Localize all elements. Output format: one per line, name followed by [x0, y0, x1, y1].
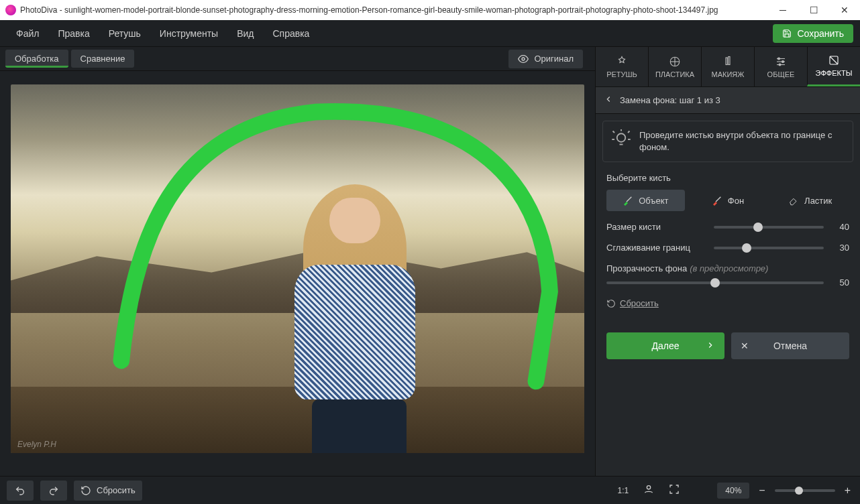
- brush-eraser[interactable]: Ластик: [771, 190, 849, 211]
- minimize-button[interactable]: ─: [767, 0, 798, 20]
- chevron-right-icon: [706, 340, 715, 352]
- hint-text: Проведите кистью внутри объекта по грани…: [639, 129, 845, 153]
- tooltab-retouch[interactable]: РЕТУШЬ: [596, 47, 648, 86]
- slider-size-track[interactable]: [714, 226, 824, 229]
- window-title: PhotoDiva - sunlight-women-model-portrai…: [20, 5, 718, 15]
- right-panel: РЕТУШЬ ПЛАСТИКА МАКИЯЖ ОБЩЕЕ ЭФФЕКТЫ: [595, 47, 860, 476]
- menubar: Файл Правка Ретушь Инструменты Вид Справ…: [0, 20, 860, 47]
- eye-icon: [518, 54, 529, 64]
- menu-retouch[interactable]: Ретушь: [99, 20, 150, 46]
- brush-object[interactable]: Объект: [606, 190, 685, 211]
- original-label: Оригинал: [534, 54, 574, 64]
- tab-edit[interactable]: Обработка: [5, 50, 68, 68]
- close-button[interactable]: ✕: [829, 0, 860, 20]
- reset-link[interactable]: Сбросить: [606, 298, 849, 308]
- brush-green-icon: [623, 195, 633, 206]
- brush-background[interactable]: Фон: [689, 190, 767, 211]
- save-button[interactable]: Сохранить: [773, 24, 853, 43]
- sliders-icon: [775, 56, 787, 68]
- bottombar: Сбросить 1:1 40% − +: [0, 476, 860, 504]
- tooltab-plastic[interactable]: ПЛАСТИКА: [648, 47, 701, 86]
- svg-line-17: [628, 131, 630, 133]
- stepbar: Замена фона: шаг 1 из 3: [596, 87, 860, 114]
- slider-smoothing: Сглаживание границ 30: [606, 243, 849, 253]
- eraser-icon: [788, 195, 799, 206]
- slider-opacity-value: 50: [830, 277, 849, 288]
- canvas-area: Обработка Сравнение Оригинал: [0, 47, 595, 476]
- slider-smoothing-track[interactable]: [714, 247, 824, 249]
- save-label: Сохранить: [797, 28, 844, 39]
- slider-opacity-label-row: Прозрачность фона (в предпросмотре): [606, 263, 849, 273]
- menu-help[interactable]: Справка: [263, 20, 319, 46]
- maximize-button[interactable]: ☐: [798, 0, 829, 20]
- brush-red-icon: [712, 195, 722, 206]
- svg-point-20: [647, 485, 651, 489]
- zoom-out-button[interactable]: −: [756, 485, 767, 497]
- ratio-button[interactable]: 1:1: [614, 486, 633, 495]
- tooltab-effects[interactable]: ЭФФЕКТЫ: [807, 47, 860, 86]
- svg-rect-4: [726, 58, 727, 65]
- svg-point-13: [617, 133, 626, 142]
- face-icon: [643, 484, 654, 495]
- tooltab-makeup[interactable]: МАКИЯЖ: [701, 47, 754, 86]
- effects-icon: [828, 54, 840, 66]
- slider-opacity-track[interactable]: [606, 281, 824, 284]
- step-back-button[interactable]: [604, 94, 613, 106]
- svg-rect-5: [729, 56, 730, 64]
- cancel-button[interactable]: ✕ Отмена: [731, 332, 849, 359]
- zoom-value[interactable]: 40%: [717, 483, 749, 499]
- zoom-in-button[interactable]: +: [842, 485, 853, 497]
- chevron-left-icon: [604, 94, 613, 104]
- undo-button[interactable]: [7, 481, 34, 501]
- redo-icon: [48, 485, 59, 496]
- zoom-controls: 40% − +: [717, 483, 853, 499]
- svg-point-11: [779, 64, 781, 66]
- makeup-icon: [722, 56, 734, 68]
- menu-tools[interactable]: Инструменты: [150, 20, 227, 46]
- fullscreen-button[interactable]: [665, 484, 684, 497]
- app-icon: [5, 5, 16, 15]
- brush-heading: Выберите кисть: [606, 173, 849, 183]
- reset-icon: [80, 485, 91, 496]
- next-button[interactable]: Далее: [606, 332, 724, 359]
- svg-line-16: [613, 131, 615, 133]
- lightbulb-icon: [611, 129, 631, 149]
- menu-edit[interactable]: Правка: [48, 20, 99, 46]
- slider-size: Размер кисти 40: [606, 222, 849, 232]
- svg-point-0: [522, 58, 525, 60]
- tooltab-general[interactable]: ОБЩЕЕ: [754, 47, 807, 86]
- slider-size-value: 40: [830, 222, 849, 232]
- plastic-icon: [669, 56, 681, 68]
- hint-box: Проведите кистью внутри объекта по грани…: [602, 121, 853, 162]
- photo-canvas[interactable]: Evelyn P.H: [11, 84, 584, 453]
- svg-point-10: [782, 60, 784, 62]
- watermark: Evelyn P.H: [17, 440, 56, 449]
- step-title: Замена фона: шаг 1 из 3: [620, 95, 720, 105]
- original-button[interactable]: Оригинал: [508, 50, 583, 68]
- slider-opacity: 50: [606, 277, 849, 288]
- retouch-icon: [616, 56, 628, 68]
- reset-icon: [606, 299, 616, 308]
- undo-icon: [15, 485, 25, 496]
- titlebar: PhotoDiva - sunlight-women-model-portrai…: [0, 0, 860, 20]
- face-fit-button[interactable]: [639, 484, 658, 497]
- close-icon: ✕: [741, 340, 749, 351]
- menu-view[interactable]: Вид: [227, 20, 263, 46]
- zoom-slider[interactable]: [775, 489, 835, 492]
- save-icon: [782, 29, 792, 38]
- tab-compare[interactable]: Сравнение: [71, 50, 135, 68]
- slider-smoothing-value: 30: [830, 243, 849, 253]
- menu-file[interactable]: Файл: [7, 20, 48, 46]
- reset-button[interactable]: Сбросить: [74, 481, 142, 501]
- redo-button[interactable]: [40, 481, 67, 501]
- svg-point-9: [778, 58, 780, 60]
- fullscreen-icon: [669, 484, 680, 495]
